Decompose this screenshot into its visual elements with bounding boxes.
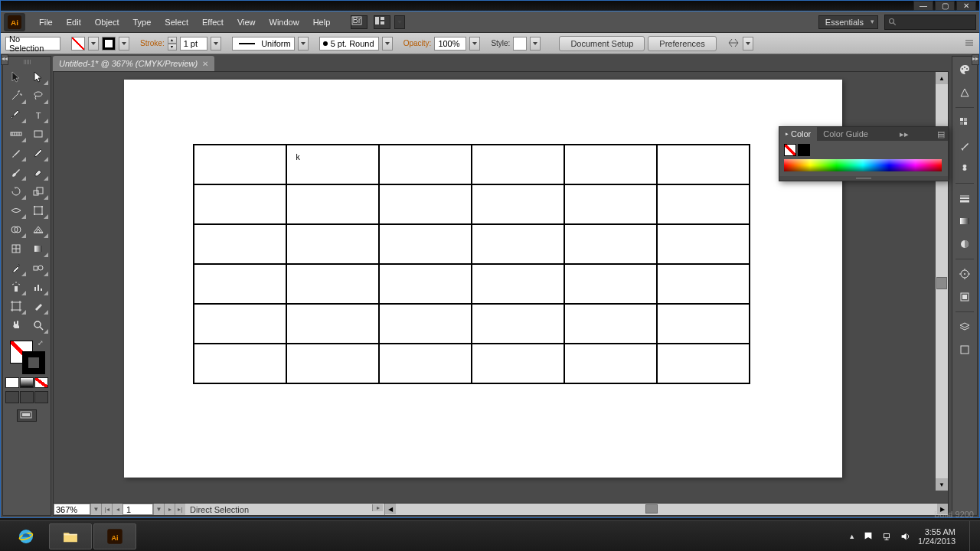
opacity-field[interactable]: 100% (434, 37, 466, 51)
gradient-panel-icon[interactable] (956, 213, 974, 230)
rotate-tool[interactable] (5, 182, 27, 201)
menu-type[interactable]: Type (127, 15, 158, 30)
search-box[interactable] (884, 15, 976, 30)
lasso-tool[interactable] (28, 86, 49, 105)
close-tab-icon[interactable]: ✕ (202, 60, 208, 68)
window-maximize-button[interactable]: ▢ (935, 1, 955, 11)
last-artboard-button[interactable]: ▸| (175, 504, 185, 515)
first-artboard-button[interactable]: |◂ (101, 504, 112, 515)
paintbrush-tool[interactable] (5, 144, 27, 162)
free-transform-tool[interactable] (28, 201, 49, 220)
symbol-sprayer-tool[interactable] (5, 278, 27, 296)
line-segment-tool[interactable] (5, 125, 27, 143)
fill-swatch[interactable] (71, 37, 85, 51)
stroke-indicator[interactable] (22, 351, 45, 374)
vertical-scroll-thumb[interactable] (936, 277, 947, 289)
menu-file[interactable]: File (33, 15, 59, 30)
layers-panel-icon[interactable] (956, 318, 974, 335)
stroke-swatch-dropdown[interactable] (119, 37, 129, 51)
color-panel[interactable]: ▸Color Color Guide ▸▸ ▤ (779, 126, 949, 181)
color-tab[interactable]: ▸Color (779, 127, 817, 141)
zoom-tool[interactable] (28, 316, 49, 334)
width-tool[interactable] (5, 201, 27, 220)
menu-window[interactable]: Window (263, 15, 305, 30)
magic-wand-tool[interactable] (5, 86, 27, 105)
document-setup-button[interactable]: Document Setup (559, 36, 645, 51)
stroke-label[interactable]: Stroke: (140, 39, 165, 47)
panel-stroke-swatch[interactable] (798, 144, 810, 156)
color-guide-tab[interactable]: Color Guide (817, 127, 874, 141)
show-desktop-button[interactable] (969, 521, 975, 552)
artboards-panel-icon[interactable] (956, 341, 974, 358)
stroke-weight-dropdown[interactable] (211, 37, 221, 51)
menu-effect[interactable]: Effect (196, 15, 230, 30)
tool-hint[interactable]: Direct Selection ▸ (185, 504, 384, 515)
color-spectrum[interactable] (784, 159, 942, 171)
selection-tool[interactable] (5, 67, 27, 86)
artboard-tool[interactable] (5, 297, 27, 315)
artboard-number-field[interactable]: 1 (122, 504, 153, 515)
panel-resize-grip[interactable] (779, 176, 948, 181)
pen-tool[interactable] (5, 106, 27, 124)
pencil-tool[interactable] (28, 144, 49, 162)
workspace-switcher[interactable]: Essentials (818, 15, 878, 29)
next-artboard-button[interactable]: ▸ (164, 504, 175, 515)
align-dropdown[interactable] (743, 37, 753, 51)
color-mode-button[interactable] (5, 377, 19, 388)
window-close-button[interactable]: ✕ (956, 1, 976, 11)
align-icon[interactable] (727, 37, 740, 51)
taskbar-ie[interactable] (5, 523, 47, 549)
transparency-panel-icon[interactable] (956, 236, 974, 253)
eyedropper-tool[interactable] (5, 259, 27, 277)
artboard[interactable]: k (124, 80, 842, 478)
tool-hint-dropdown[interactable]: ▸ (372, 504, 383, 511)
opacity-label[interactable]: Opacity: (403, 39, 432, 47)
menu-object[interactable]: Object (89, 15, 126, 30)
menu-view[interactable]: View (231, 15, 262, 30)
scroll-left-icon[interactable]: ◀ (385, 504, 396, 514)
draw-modes[interactable] (5, 391, 48, 403)
action-center-icon[interactable] (863, 531, 874, 542)
gradient-tool[interactable] (28, 240, 49, 258)
panel-menu-icon[interactable]: ▤ (934, 129, 948, 139)
artboard-dropdown[interactable]: ▼ (153, 504, 164, 515)
table-artwork[interactable] (193, 144, 750, 384)
zoom-dropdown[interactable]: ▼ (90, 504, 101, 515)
slice-tool[interactable] (28, 297, 49, 315)
stroke-swatch[interactable] (102, 37, 116, 51)
brush-dropdown[interactable] (382, 37, 393, 51)
tray-clock[interactable]: 3:55 AM 1/24/2013 (918, 527, 956, 546)
fill-stroke-indicator[interactable]: ⤢ (8, 339, 45, 376)
app-logo[interactable]: Ai (4, 13, 25, 31)
horizontal-scrollbar[interactable]: ◀ ▶ (384, 504, 948, 515)
type-tool[interactable]: T (28, 106, 49, 124)
menu-select[interactable]: Select (158, 15, 194, 30)
system-tray[interactable]: ▲ 3:55 AM 1/24/2013 (848, 521, 975, 552)
screen-mode-button[interactable] (17, 409, 37, 422)
none-mode-button[interactable] (34, 377, 48, 388)
taskbar-illustrator[interactable]: Ai (93, 523, 136, 549)
opacity-dropdown[interactable] (469, 37, 480, 51)
stroke-profile-dropdown[interactable] (298, 37, 309, 51)
graphic-style-swatch[interactable] (513, 37, 527, 51)
perspective-grid-tool[interactable] (28, 220, 49, 239)
zoom-level-field[interactable]: 367% (54, 504, 90, 515)
horizontal-scroll-thumb[interactable] (645, 504, 658, 514)
expand-panels-right[interactable]: ▸▸ (972, 54, 979, 65)
symbols-panel-icon[interactable] (956, 160, 974, 177)
stroke-weight-field[interactable]: 1 pt (180, 37, 207, 51)
scale-tool[interactable] (28, 182, 49, 201)
preferences-button[interactable]: Preferences (648, 36, 716, 51)
swatches-panel-icon[interactable] (956, 114, 974, 131)
direct-selection-tool[interactable] (28, 67, 49, 86)
scroll-up-icon[interactable]: ▲ (936, 72, 948, 84)
taskbar-explorer[interactable] (49, 523, 92, 549)
swap-fill-stroke-icon[interactable]: ⤢ (38, 339, 44, 347)
panel-collapse-icon[interactable]: ▸▸ (897, 129, 912, 139)
appearance-panel-icon[interactable] (956, 266, 974, 282)
bridge-button[interactable]: Br (351, 15, 368, 29)
arrange-docs-button[interactable] (374, 15, 390, 29)
tools-grip[interactable] (11, 60, 42, 64)
panel-fill-swatch[interactable] (784, 144, 796, 156)
fill-dropdown[interactable] (88, 37, 99, 51)
